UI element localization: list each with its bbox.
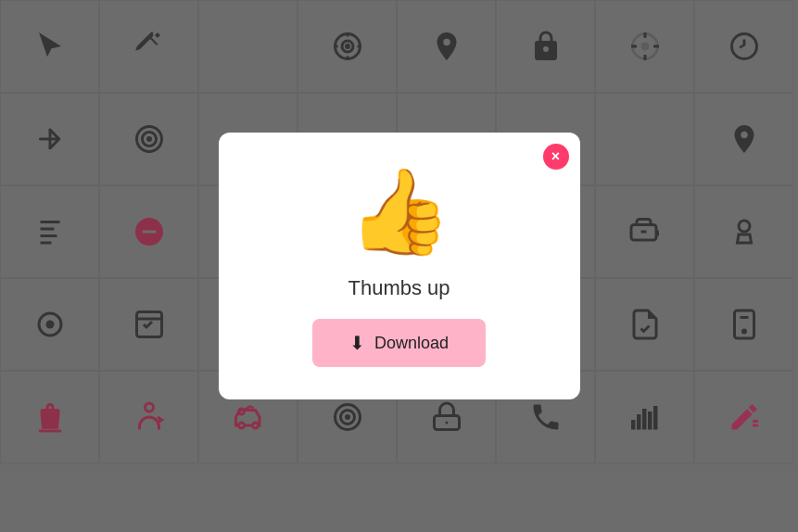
- modal-dialog: 👍 Thumbs up ⬇ Download: [219, 133, 580, 399]
- modal-overlay: 👍 Thumbs up ⬇ Download: [0, 0, 798, 532]
- thumbsup-icon: 👍: [348, 170, 451, 253]
- close-button[interactable]: [543, 144, 569, 170]
- download-label: Download: [374, 334, 449, 353]
- modal-title: Thumbs up: [348, 276, 450, 300]
- download-button[interactable]: ⬇ Download: [312, 319, 486, 367]
- download-icon: ⬇: [349, 332, 365, 354]
